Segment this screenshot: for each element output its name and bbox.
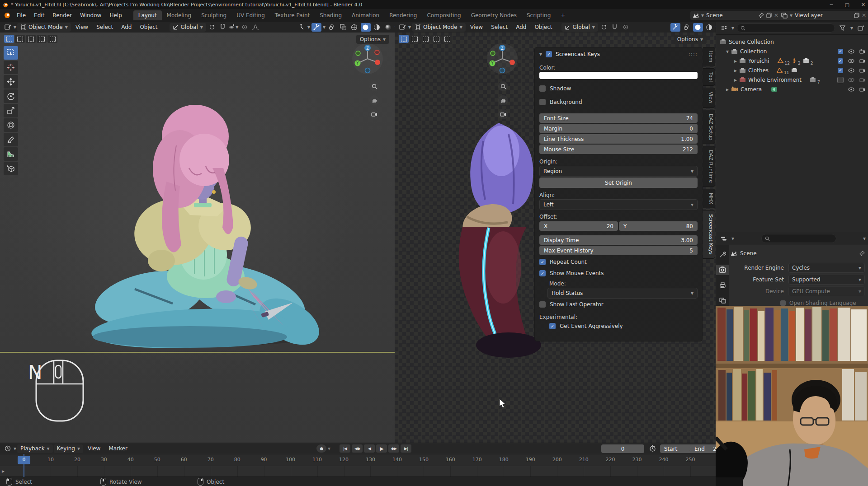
workspace-tab-layout[interactable]: Layout	[133, 10, 162, 20]
select-subtract-mode-button[interactable]	[26, 35, 36, 43]
properties-options-icon[interactable]: ▾	[863, 235, 866, 242]
snap-magnet-icon[interactable]	[610, 23, 620, 32]
set-origin-button[interactable]: Set Origin	[539, 178, 698, 188]
camera-restrict-icon[interactable]	[858, 49, 867, 54]
get-event-aggressively-checkbox[interactable]: ✓	[549, 323, 556, 329]
sidebar-tab-daz-setup[interactable]: DAZ Setup	[703, 110, 715, 145]
outliner-row-scene-collection[interactable]: Scene Collection	[716, 37, 868, 47]
origin-dropdown[interactable]: Region ▾	[539, 166, 698, 177]
outliner-row-yoruichi[interactable]: ▸ Yoruichi 12 2 2 ✓	[716, 56, 868, 65]
gizmos-toggle-icon[interactable]	[311, 23, 321, 32]
viewport-3d-left[interactable]: Options ▾ Z Y	[0, 33, 395, 443]
select-intersect-mode-button[interactable]	[442, 35, 452, 43]
mouse-size-slider[interactable]: Mouse Size 212	[539, 145, 698, 154]
viewport-menu-object[interactable]: Object	[136, 23, 161, 31]
render-engine-dropdown[interactable]: Cycles ▾	[788, 263, 865, 273]
get-event-aggressively-row[interactable]: ✓ Get Event Aggressively	[549, 323, 698, 329]
select-extend-mode-button[interactable]	[15, 35, 25, 43]
expand-icon[interactable]: ▸	[734, 77, 737, 83]
timeline-tick[interactable]: 20	[74, 457, 80, 463]
proportional-falloff-icon[interactable]	[250, 23, 260, 32]
select-extend-mode-button[interactable]	[410, 35, 420, 43]
outliner-row-whole-environment[interactable]: ▸ Whole Environment 7	[716, 75, 868, 84]
minimize-button[interactable]: ─	[830, 2, 833, 8]
timeline-tick[interactable]: 80	[234, 457, 241, 463]
gizmos-toggle-icon[interactable]	[670, 23, 680, 32]
copy-icon[interactable]	[766, 13, 772, 18]
xray-toggle-icon[interactable]	[338, 23, 348, 32]
snap-magnet-icon[interactable]	[218, 23, 228, 32]
checkbox-icon[interactable]: ✓	[836, 58, 845, 64]
next-keyframe-button[interactable]: ◆▶	[388, 444, 399, 453]
osl-checkbox[interactable]	[780, 300, 786, 306]
transform-orientation-selector[interactable]: Global ▾	[170, 23, 206, 32]
select-set-mode-button[interactable]	[4, 35, 14, 43]
tool-cursor-icon[interactable]	[4, 61, 18, 74]
tool-transform-icon[interactable]	[4, 118, 18, 132]
properties-search-input[interactable]	[761, 234, 836, 243]
close-button[interactable]: ✕	[861, 2, 865, 8]
timeline-tick[interactable]: 130	[366, 457, 375, 463]
camera-restrict-icon[interactable]	[858, 78, 867, 82]
maximize-button[interactable]: ▢	[844, 2, 849, 8]
color-swatch[interactable]	[539, 72, 698, 79]
unlink-scene-icon[interactable]: ✕	[774, 12, 778, 19]
jump-to-end-button[interactable]: ▶|	[401, 444, 411, 453]
align-dropdown[interactable]: Left ▾	[539, 199, 698, 210]
collapse-icon[interactable]: ▾	[539, 51, 542, 57]
timeline-tick[interactable]: 60	[181, 457, 187, 463]
background-row[interactable]: Background	[539, 99, 698, 105]
remove-viewlayer-icon[interactable]: ✕	[862, 12, 866, 19]
timeline-tick[interactable]: 150	[419, 457, 429, 463]
tool-select-box-icon[interactable]	[4, 46, 18, 60]
tool-properties-tab[interactable]	[716, 249, 729, 259]
expand-icon[interactable]: ▾	[726, 48, 729, 55]
shading-rendered-icon[interactable]	[383, 23, 393, 32]
tool-move-icon[interactable]	[4, 75, 18, 89]
timeline-tick[interactable]: 110	[312, 457, 322, 463]
sidebar-tab-daz-runtime[interactable]: DAZ Runtime	[703, 146, 715, 187]
zoom-icon[interactable]	[369, 81, 379, 91]
sidebar-tab-screencast-keys[interactable]: Screencast Keys	[703, 210, 715, 259]
timeline-tick[interactable]: 200	[552, 457, 562, 463]
properties-editor-icon[interactable]	[719, 234, 729, 243]
tool-add-cube-icon[interactable]	[4, 162, 18, 175]
sidebar-tab-tool[interactable]: Tool	[703, 68, 715, 86]
max-event-history-slider[interactable]: Max Event History 5	[539, 246, 698, 255]
timeline-marker-menu[interactable]: Marker	[105, 444, 131, 453]
viewport-menu-select[interactable]: Select	[93, 23, 117, 31]
outliner-search-input[interactable]	[737, 23, 835, 33]
timeline-tick[interactable]: 40	[127, 457, 134, 463]
sidebar-tab-item[interactable]: Item	[703, 47, 715, 66]
shadow-checkbox[interactable]	[539, 85, 546, 92]
outliner-row-camera[interactable]: ▸ Camera	[716, 84, 868, 94]
shading-solid-icon[interactable]	[693, 23, 703, 32]
menu-file[interactable]: File	[13, 10, 30, 20]
viewport-menu-add[interactable]: Add	[512, 23, 530, 31]
panel-header[interactable]: ▾ ✓ Screencast Keys ::::	[539, 51, 698, 57]
overlays-icon[interactable]	[327, 23, 337, 32]
tool-measure-icon[interactable]	[4, 147, 18, 161]
add-workspace-button[interactable]: +	[556, 10, 570, 20]
editor-type-dropdown-icon[interactable]: ▾	[14, 24, 16, 30]
overlays-icon[interactable]	[682, 23, 692, 32]
workspace-tab-shading[interactable]: Shading	[315, 10, 347, 20]
render-properties-tab[interactable]	[716, 265, 729, 275]
play-button[interactable]: ▶	[376, 444, 387, 453]
eye-icon[interactable]	[847, 68, 856, 73]
show-last-operator-row[interactable]: Show Last Operator	[539, 301, 698, 308]
workspace-tab-scripting[interactable]: Scripting	[522, 10, 556, 20]
workspace-tab-geometry-nodes[interactable]: Geometry Nodes	[466, 10, 522, 20]
view-layer-properties-tab[interactable]	[716, 296, 729, 306]
background-checkbox[interactable]	[539, 99, 546, 105]
workspace-tab-uv-editing[interactable]: UV Editing	[231, 10, 270, 20]
zoom-icon[interactable]	[498, 81, 508, 91]
camera-restrict-icon[interactable]	[858, 68, 867, 73]
expand-icon[interactable]: ▸	[734, 67, 737, 74]
timeline-tick[interactable]: 210	[579, 457, 589, 463]
pan-hand-icon[interactable]	[369, 95, 379, 105]
viewport-menu-add[interactable]: Add	[118, 23, 135, 31]
scene-selector[interactable]: ▾ Scene ✕	[690, 11, 781, 20]
outliner-row-collection[interactable]: ▾ Collection ✓	[716, 47, 868, 56]
eye-icon[interactable]	[847, 59, 856, 63]
